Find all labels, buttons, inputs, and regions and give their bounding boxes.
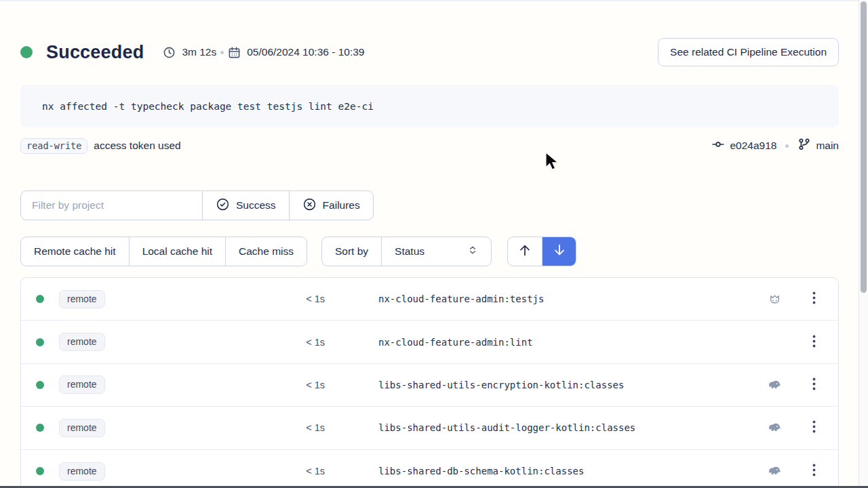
project-filter-input[interactable] [21, 191, 202, 220]
task-duration: < 1s [130, 422, 325, 433]
branch-name[interactable]: main [816, 140, 839, 152]
filter-remote-cache-hit-button[interactable]: Remote cache hit [21, 237, 129, 266]
sort-direction-group [507, 237, 576, 266]
circle-check-icon [216, 197, 230, 214]
arrow-down-icon [552, 243, 567, 260]
cache-source-badge: remote [59, 375, 105, 394]
kebab-menu-icon [812, 296, 816, 306]
jest-icon [760, 292, 789, 306]
table-row[interactable]: remote < 1s libs-shared-utils-audit-logg… [21, 407, 838, 449]
git-branch-icon [797, 138, 811, 154]
row-menu-button[interactable] [807, 289, 821, 309]
run-command-block: nx affected -t typecheck package test te… [20, 85, 839, 127]
sort-group: Sort by Status [321, 237, 492, 266]
cache-source-badge: remote [59, 419, 105, 437]
status-success-dot [20, 46, 33, 58]
run-duration-label: 3m 12s [182, 46, 216, 58]
run-duration: 3m 12s [163, 46, 216, 59]
status-success-dot [36, 381, 44, 389]
dot-separator [785, 144, 789, 148]
access-token-scope-badge: read-write [20, 138, 87, 154]
run-date-range-label: 05/06/2024 10:36 - 10:39 [247, 46, 364, 58]
project-filter-group: Success Failures [20, 190, 374, 220]
task-name[interactable]: libs-shared-utils-audit-logger-kotlin:cl… [378, 422, 760, 433]
access-token-text: access token used [94, 140, 180, 152]
scrollbar-thumb[interactable] [861, 1, 867, 293]
circle-x-icon [302, 197, 317, 214]
calendar-icon [228, 46, 241, 59]
kebab-menu-icon [812, 468, 816, 479]
kebab-menu-icon [812, 340, 816, 350]
table-row[interactable]: remote < 1s libs-shared-utils-encryption… [21, 364, 838, 407]
sort-field-value: Status [395, 245, 425, 258]
status-success-dot [36, 338, 44, 346]
status-success-dot [36, 467, 44, 475]
dot-separator [220, 51, 224, 54]
filter-success-button[interactable]: Success [202, 191, 289, 220]
task-duration: < 1s [130, 466, 325, 476]
task-table: remote < 1s nx-cloud-feature-admin:testj… [20, 277, 839, 488]
arrow-up-icon [517, 243, 532, 260]
commit-sha[interactable]: e024a918 [730, 140, 776, 152]
git-commit-icon [711, 138, 725, 154]
gradle-icon [760, 378, 789, 392]
row-menu-button[interactable] [807, 418, 821, 438]
cache-source-badge: remote [59, 290, 105, 308]
cache-filter-group: Remote cache hit Local cache hit Cache m… [20, 237, 307, 266]
cache-source-badge: remote [59, 462, 105, 481]
filter-failures-label: Failures [323, 199, 360, 211]
filters-row: Success Failures [20, 190, 839, 220]
table-row[interactable]: remote < 1s libs-shared-db-schema-kotlin… [21, 450, 838, 488]
task-name[interactable]: libs-shared-utils-encryption-kotlin:clas… [378, 380, 760, 390]
status-success-dot [36, 424, 44, 432]
cache-source-badge: remote [59, 333, 105, 351]
filter-failures-button[interactable]: Failures [289, 191, 373, 220]
kebab-menu-icon [812, 425, 816, 435]
task-duration: < 1s [130, 337, 325, 348]
kebab-menu-icon [812, 382, 816, 392]
sort-by-label: Sort by [322, 237, 381, 266]
vertical-scrollbar[interactable] [859, 0, 868, 488]
window-top-edge [0, 0, 868, 1]
controls-row: Remote cache hit Local cache hit Cache m… [20, 237, 839, 266]
sort-ascending-button[interactable] [508, 237, 542, 266]
related-pipeline-button[interactable]: See related CI Pipeline Execution [658, 38, 839, 66]
task-name[interactable]: nx-cloud-feature-admin:lint [378, 337, 760, 348]
vcs-info: e024a918 main [711, 138, 839, 154]
task-duration: < 1s [130, 380, 325, 390]
task-name[interactable]: libs-shared-db-schema-kotlin:classes [378, 466, 760, 476]
sort-descending-button[interactable] [542, 237, 576, 266]
access-token-row: read-write access token used e024a918 ma… [20, 138, 839, 154]
gradle-icon [760, 420, 789, 435]
chevron-up-down-icon [467, 245, 478, 258]
run-command-text: nx affected -t typecheck package test te… [42, 101, 374, 112]
table-row[interactable]: remote < 1s nx-cloud-feature-admin:testj… [21, 278, 838, 321]
row-menu-button[interactable] [807, 461, 821, 481]
filter-cache-miss-button[interactable]: Cache miss [225, 237, 307, 266]
run-date-range: 05/06/2024 10:36 - 10:39 [228, 46, 364, 59]
clock-icon [163, 46, 176, 59]
run-details-page: Succeeded 3m 12s 05/06/2024 10:36 - 10:3… [0, 38, 868, 488]
filter-success-label: Success [236, 199, 276, 211]
gradle-icon [760, 464, 789, 479]
row-menu-button[interactable] [807, 332, 821, 352]
table-row[interactable]: remote < 1s nx-cloud-feature-admin:lint [21, 321, 838, 363]
task-name[interactable]: nx-cloud-feature-admin:testjs [378, 293, 760, 304]
page-title: Succeeded [46, 42, 144, 63]
row-menu-button[interactable] [807, 375, 821, 395]
sort-field-select[interactable]: Status [381, 237, 491, 266]
task-duration: < 1s [130, 293, 325, 304]
filter-local-cache-hit-button[interactable]: Local cache hit [129, 237, 225, 266]
status-success-dot [36, 295, 44, 303]
run-header: Succeeded 3m 12s 05/06/2024 10:36 - 10:3… [20, 38, 839, 66]
